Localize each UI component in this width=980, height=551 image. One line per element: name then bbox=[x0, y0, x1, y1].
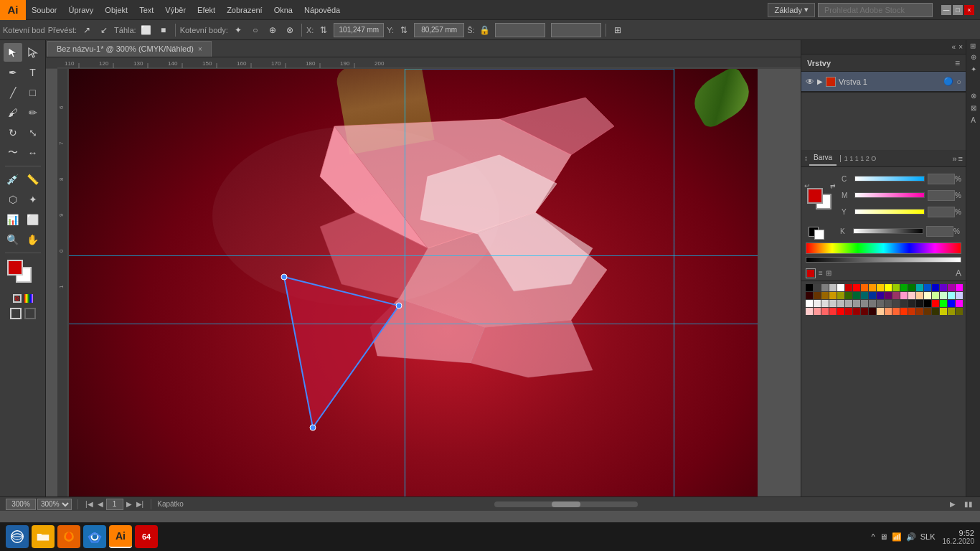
swatch-cell[interactable] bbox=[924, 292, 931, 299]
handles-icon-1[interactable]: ⬜ bbox=[139, 23, 154, 37]
swatch-cell[interactable] bbox=[900, 292, 908, 299]
c-slider[interactable] bbox=[854, 176, 925, 182]
layer-expand-icon[interactable]: ▶ bbox=[817, 77, 823, 85]
swatch-cell[interactable] bbox=[892, 292, 900, 299]
hand-tool[interactable]: ✋ bbox=[24, 230, 42, 249]
swatch-cell[interactable] bbox=[869, 308, 876, 315]
x-input[interactable] bbox=[334, 23, 384, 37]
menu-text[interactable]: Text bbox=[133, 0, 159, 19]
tab-close[interactable]: × bbox=[198, 45, 202, 53]
c-input[interactable] bbox=[928, 174, 955, 184]
layer-target-icon[interactable]: ○ bbox=[956, 77, 961, 86]
measure-tool[interactable]: 📏 bbox=[24, 170, 42, 189]
foreground-color[interactable] bbox=[807, 188, 823, 204]
swatch-cell[interactable] bbox=[814, 284, 821, 291]
swatch-cell[interactable] bbox=[837, 292, 844, 299]
swatch-cell[interactable] bbox=[869, 300, 876, 307]
layers-panel-menu[interactable]: ≡ bbox=[955, 58, 960, 68]
swatch-cell[interactable] bbox=[821, 308, 829, 315]
tray-lang[interactable]: SLK bbox=[920, 532, 936, 541]
swatch-cell[interactable] bbox=[908, 292, 915, 299]
swatch-cell[interactable] bbox=[853, 308, 860, 315]
taskbar-ps[interactable]: 64 bbox=[135, 525, 158, 548]
swatch-cell[interactable] bbox=[877, 308, 884, 315]
color-panel-menu[interactable]: ≡ bbox=[958, 154, 963, 163]
strip-icon-5[interactable]: ⊠ bbox=[971, 104, 976, 112]
swatch-cell[interactable] bbox=[845, 292, 852, 299]
swatch-cell[interactable] bbox=[924, 300, 931, 307]
swatch-cell[interactable] bbox=[885, 300, 892, 307]
search-input[interactable] bbox=[818, 3, 933, 17]
swatch-cell[interactable] bbox=[829, 308, 837, 315]
swatch-cell[interactable] bbox=[940, 300, 947, 307]
swatch-cell[interactable] bbox=[892, 300, 900, 307]
layer-row[interactable]: 👁 ▶ Vrstva 1 🔵 ○ bbox=[801, 72, 966, 92]
scale-tool[interactable]: ⤡ bbox=[24, 123, 42, 142]
swatch-cell[interactable] bbox=[892, 308, 900, 315]
layer-visibility-icon[interactable]: 👁 bbox=[806, 77, 814, 87]
swatch-cell[interactable] bbox=[916, 300, 923, 307]
anchor-icon-1[interactable]: ✦ bbox=[231, 23, 245, 37]
swatch-cell[interactable] bbox=[948, 308, 955, 315]
tray-signal[interactable]: 📶 bbox=[892, 532, 902, 542]
last-page-btn[interactable]: ▶| bbox=[135, 500, 146, 508]
prev-page-btn[interactable]: ◀ bbox=[96, 500, 105, 508]
next-page-btn[interactable]: ▶ bbox=[125, 500, 133, 508]
blend-tool[interactable]: ⬡ bbox=[4, 190, 22, 209]
swatch-cell[interactable] bbox=[948, 284, 955, 291]
k-slider[interactable] bbox=[853, 228, 923, 234]
swatch-fg-box[interactable] bbox=[806, 268, 816, 278]
zoom-select[interactable]: 300%200%100%50% bbox=[37, 499, 72, 510]
swatch-cell[interactable] bbox=[885, 308, 892, 315]
tray-network[interactable]: 🖥 bbox=[880, 532, 887, 541]
swatch-cell[interactable] bbox=[948, 292, 955, 299]
swatch-cell[interactable] bbox=[908, 300, 915, 307]
swatch-cell[interactable] bbox=[956, 292, 963, 299]
column-graph-tool[interactable]: 📊 bbox=[4, 210, 22, 229]
swatch-cell[interactable] bbox=[853, 292, 860, 299]
v-input[interactable] bbox=[551, 23, 601, 37]
swatch-cell[interactable] bbox=[900, 284, 908, 291]
strip-icon-2[interactable]: ⊕ bbox=[971, 53, 976, 61]
taskbar-time[interactable]: 9:52 16.2.2020 bbox=[943, 529, 975, 545]
swatch-cell[interactable] bbox=[908, 308, 915, 315]
anchor-icon-4[interactable]: ⊗ bbox=[283, 23, 297, 37]
document-tab[interactable]: Bez názvu-1* @ 300% (CMYK/Náhled) × bbox=[47, 41, 212, 57]
canvas-content[interactable] bbox=[69, 69, 801, 496]
pen-tool[interactable]: ✒ bbox=[4, 63, 22, 82]
taskbar-ai-active[interactable]: Ai bbox=[109, 525, 132, 548]
anchor-icon-3[interactable]: ⊕ bbox=[265, 23, 280, 37]
paintbrush-tool[interactable]: 🖌 bbox=[4, 103, 22, 122]
panel-options[interactable]: × bbox=[958, 43, 963, 51]
y-slider[interactable] bbox=[854, 209, 925, 215]
eyedropper-tool[interactable]: 💉 bbox=[4, 170, 22, 189]
swatch-cell[interactable] bbox=[814, 308, 821, 315]
swatch-cell[interactable] bbox=[916, 284, 923, 291]
swatch-cell[interactable] bbox=[853, 300, 860, 307]
strip-icon-1[interactable]: ⊞ bbox=[969, 43, 977, 49]
swatch-cell[interactable] bbox=[916, 308, 923, 315]
convert-icon-2[interactable]: ↙ bbox=[97, 23, 111, 37]
swatch-cell[interactable] bbox=[948, 300, 955, 307]
swatch-cell[interactable] bbox=[956, 284, 963, 291]
swatch-cell[interactable] bbox=[869, 292, 876, 299]
swatch-cell[interactable] bbox=[821, 300, 829, 307]
layer-lock-icon[interactable]: 🔵 bbox=[943, 77, 953, 86]
swatch-cell[interactable] bbox=[845, 308, 852, 315]
swatch-cell[interactable] bbox=[956, 300, 963, 307]
fill-color[interactable] bbox=[7, 260, 23, 276]
swatch-cell[interactable] bbox=[806, 292, 813, 299]
strip-icon-3[interactable]: ✦ bbox=[971, 65, 976, 73]
swatch-cell[interactable] bbox=[861, 308, 868, 315]
swatch-cell[interactable] bbox=[956, 308, 963, 315]
swatch-cell[interactable] bbox=[853, 284, 860, 291]
swatch-cell[interactable] bbox=[885, 292, 892, 299]
workspace-selector[interactable]: Základy ▾ bbox=[768, 3, 815, 17]
zoom-input[interactable] bbox=[6, 499, 36, 510]
color-tab[interactable]: Barva bbox=[809, 151, 837, 166]
swatch-cell[interactable] bbox=[932, 308, 939, 315]
swatch-cell[interactable] bbox=[845, 300, 852, 307]
color-mode[interactable] bbox=[24, 294, 33, 303]
h-scrollbar[interactable] bbox=[494, 501, 638, 507]
direct-selection-tool[interactable] bbox=[24, 43, 42, 62]
